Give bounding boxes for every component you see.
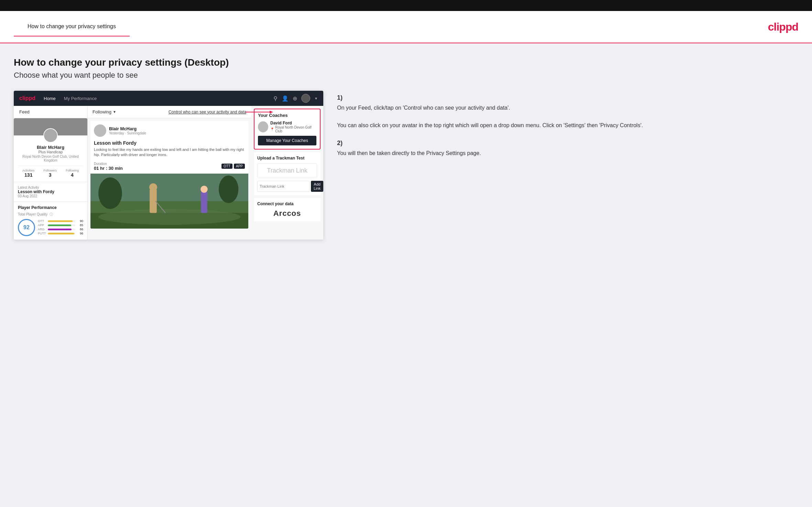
nav-link-home[interactable]: Home bbox=[44, 96, 56, 101]
coaches-highlight-box: Your Coaches David Ford 📍 Royal North De… bbox=[254, 109, 321, 150]
post-meta: Yesterday · Sunningdale bbox=[109, 131, 146, 135]
tpq-bar-fill bbox=[48, 229, 72, 230]
tpq-bar-fill bbox=[48, 220, 73, 222]
tpq-bar-label: ARG bbox=[38, 228, 47, 231]
tpq-bar-label: OTT bbox=[38, 219, 47, 223]
post-duration: Duration 01 hr : 30 min OTT APP bbox=[90, 161, 248, 174]
profile-stats: Activities 131 Followers 3 Following 4 bbox=[18, 166, 83, 178]
instructions-panel: 1) On your Feed, click/tap on 'Control w… bbox=[337, 91, 798, 167]
tpq-bar-row: PUTT 96 bbox=[38, 232, 83, 235]
duration-label: Duration bbox=[94, 162, 123, 166]
site-header: How to change your privacy settings clip… bbox=[0, 11, 812, 43]
svg-point-7 bbox=[219, 175, 238, 203]
post-card: Blair McHarg Yesterday · Sunningdale Les… bbox=[90, 121, 248, 229]
trackman-input[interactable] bbox=[257, 181, 310, 192]
player-performance: Player Performance Total Player Quality … bbox=[14, 202, 87, 240]
tag-ott: OTT bbox=[221, 164, 232, 169]
profile-card: Blair McHarg Plus Handicap Royal North D… bbox=[14, 118, 87, 182]
tpq-bar-track bbox=[48, 224, 75, 226]
plus-icon[interactable]: ⊕ bbox=[293, 95, 297, 102]
tpq-bar-track bbox=[48, 233, 75, 234]
control-privacy-link[interactable]: Control who can see your activity and da… bbox=[169, 110, 246, 114]
latest-activity-date: 03 Aug 2022 bbox=[18, 194, 83, 198]
app-right-sidebar: Your Coaches David Ford 📍 Royal North De… bbox=[251, 106, 323, 240]
stat-activities-label: Activities bbox=[22, 169, 35, 172]
tpq-bar-track bbox=[48, 229, 75, 230]
latest-activity: Latest Activity Lesson with Fordy 03 Aug… bbox=[14, 182, 87, 202]
trackman-title: Upload a Trackman Test bbox=[257, 156, 317, 161]
profile-avatar bbox=[43, 128, 58, 143]
profile-handicap: Plus Handicap bbox=[18, 150, 83, 154]
tpq-bars: OTT 90 APP 85 ARG 86 PUTT 96 bbox=[38, 219, 83, 236]
app-nav-right: ⚲ 👤 ⊕ ▼ bbox=[273, 94, 318, 103]
page-breadcrumb: How to change your privacy settings bbox=[14, 17, 130, 36]
tpq-bar-value: 86 bbox=[76, 228, 83, 231]
tpq-bar-fill bbox=[48, 233, 74, 234]
stat-followers: Followers 3 bbox=[43, 169, 57, 178]
tpq-row: 92 OTT 90 APP 85 ARG 86 PUT bbox=[18, 219, 83, 236]
trackman-input-row: Add Link bbox=[257, 181, 317, 192]
info-icon: ⓘ bbox=[50, 212, 53, 216]
app-logo: clippd bbox=[19, 95, 35, 101]
latest-activity-name: Lesson with Fordy bbox=[18, 189, 83, 194]
tpq-bar-value: 85 bbox=[76, 223, 83, 227]
tpq-bar-track bbox=[48, 220, 75, 222]
stat-following: Following 4 bbox=[66, 169, 79, 178]
post-author: Blair McHarg bbox=[109, 126, 146, 131]
trackman-section: Upload a Trackman Test Trackman Link Add… bbox=[254, 152, 321, 195]
tpq-bar-fill bbox=[48, 224, 71, 226]
svg-point-4 bbox=[98, 209, 240, 225]
main-content: How to change your privacy settings (Des… bbox=[0, 43, 812, 507]
instruction-2: 2) You will then be taken directly to th… bbox=[337, 140, 798, 158]
instruction-1-number: 1) bbox=[337, 94, 798, 101]
svg-rect-11 bbox=[201, 191, 207, 213]
search-icon[interactable]: ⚲ bbox=[273, 95, 278, 102]
svg-point-12 bbox=[201, 186, 208, 193]
app-center-feed: Following ▼ Control who can see your act… bbox=[88, 106, 251, 240]
manage-coaches-button[interactable]: Manage Your Coaches bbox=[258, 136, 316, 145]
coaches-section: Your Coaches David Ford 📍 Royal North De… bbox=[255, 109, 320, 149]
chevron-down-icon[interactable]: ▼ bbox=[314, 97, 318, 100]
connect-title: Connect your data bbox=[257, 201, 317, 206]
site-logo: clippd bbox=[768, 21, 798, 33]
stat-following-value: 4 bbox=[66, 172, 79, 178]
article-title: How to change your privacy settings (Des… bbox=[14, 57, 798, 68]
nav-link-performance[interactable]: My Performance bbox=[64, 96, 97, 101]
instruction-2-number: 2) bbox=[337, 140, 798, 147]
app-nav: clippd Home My Performance ⚲ 👤 ⊕ ▼ bbox=[14, 91, 323, 106]
user-icon[interactable]: 👤 bbox=[282, 95, 289, 102]
duration-value: 01 hr : 30 min bbox=[94, 166, 123, 171]
following-button[interactable]: Following ▼ bbox=[93, 109, 116, 114]
connect-section: Connect your data Arccos bbox=[254, 198, 321, 221]
coach-row: David Ford 📍 Royal North Devon Golf Club bbox=[258, 121, 316, 133]
feed-header: Following ▼ Control who can see your act… bbox=[88, 106, 251, 118]
tpq-bar-row: OTT 90 bbox=[38, 219, 83, 223]
player-perf-title: Player Performance bbox=[18, 205, 83, 210]
stat-following-label: Following bbox=[66, 169, 79, 172]
svg-marker-1 bbox=[270, 111, 273, 113]
tpq-bar-label: PUTT bbox=[38, 232, 47, 235]
top-bar bbox=[0, 0, 812, 11]
latest-activity-label: Latest Activity bbox=[18, 186, 83, 189]
instruction-2-text: You will then be taken directly to the P… bbox=[337, 149, 798, 158]
feed-tab[interactable]: Feed bbox=[14, 106, 87, 118]
user-avatar[interactable] bbox=[301, 94, 310, 103]
stat-activities: Activities 131 bbox=[22, 169, 35, 178]
tpq-bar-value: 90 bbox=[76, 219, 83, 223]
coach-club: Royal North Devon Golf Club bbox=[275, 125, 316, 133]
demo-section: clippd Home My Performance ⚲ 👤 ⊕ ▼ Feed bbox=[14, 91, 798, 240]
add-link-button[interactable]: Add Link bbox=[311, 181, 323, 192]
arccos-brand: Arccos bbox=[257, 209, 317, 218]
post-tags: OTT APP bbox=[221, 164, 245, 169]
tpq-bar-value: 96 bbox=[76, 232, 83, 235]
app-left-sidebar: Feed Blair McHarg Plus Handicap Royal No… bbox=[14, 106, 88, 240]
coach-club-row: 📍 Royal North Devon Golf Club bbox=[270, 125, 316, 133]
coach-name: David Ford bbox=[270, 121, 316, 125]
stat-followers-label: Followers bbox=[43, 169, 57, 172]
tpq-label: Total Player Quality ⓘ bbox=[18, 212, 83, 217]
post-header: Blair McHarg Yesterday · Sunningdale bbox=[90, 121, 248, 140]
chevron-down-icon: ▼ bbox=[113, 110, 116, 114]
post-title: Lesson with Fordy bbox=[90, 140, 248, 147]
tpq-bar-row: ARG 86 bbox=[38, 228, 83, 231]
app-screenshot: clippd Home My Performance ⚲ 👤 ⊕ ▼ Feed bbox=[14, 91, 323, 240]
